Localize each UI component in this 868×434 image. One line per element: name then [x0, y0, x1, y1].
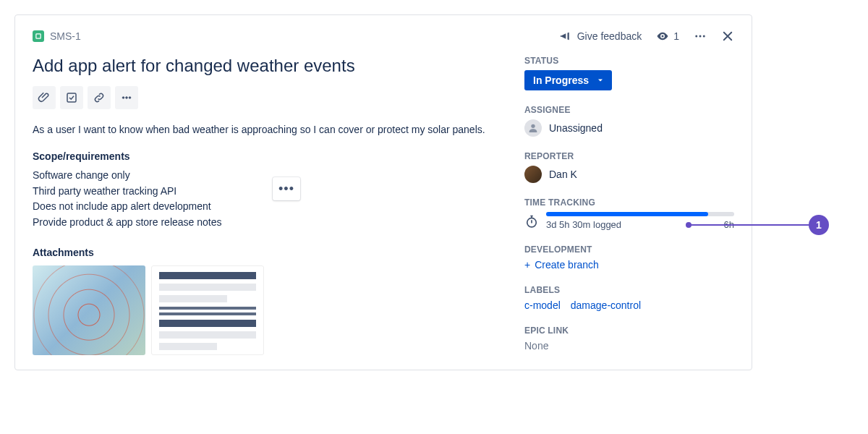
label-item[interactable]: c-model	[524, 299, 561, 311]
link-icon	[93, 91, 106, 104]
reporter-field[interactable]: Dan K	[524, 166, 734, 183]
status-block: STATUS In Progress	[524, 56, 734, 90]
issue-title[interactable]: Add app alert for changed weather events	[33, 56, 495, 76]
attachment-thumbnail[interactable]	[33, 265, 145, 355]
epic-link-value[interactable]: None	[524, 340, 734, 352]
watchers-count: 1	[673, 30, 679, 42]
create-branch-label: Create branch	[535, 259, 599, 271]
plus-icon: +	[524, 259, 530, 271]
labels-row[interactable]: c-model damage-control	[524, 299, 734, 311]
reporter-value: Dan K	[549, 169, 577, 180]
give-feedback-button[interactable]: Give feedback	[560, 30, 642, 43]
labels-label: LABELS	[524, 285, 734, 295]
header-actions: Give feedback 1	[560, 30, 734, 43]
time-progress-bar	[546, 212, 734, 216]
callout-dot	[686, 222, 692, 228]
svg-point-8	[531, 124, 535, 128]
attachments-heading: Attachments	[33, 247, 495, 258]
development-label: DEVELOPMENT	[524, 244, 734, 255]
megaphone-icon	[560, 30, 573, 43]
description-text[interactable]: As a user I want to know when bad weathe…	[33, 122, 495, 137]
close-button[interactable]	[721, 30, 734, 43]
time-tracking-label: TIME TRACKING	[524, 197, 734, 208]
dots-icon	[694, 30, 707, 43]
requirement-item: Software change only	[33, 168, 495, 184]
side-panel: STATUS In Progress ASSIGNEE Unassigned R…	[524, 56, 734, 355]
checklist-icon	[65, 91, 78, 104]
create-branch-link[interactable]: + Create branch	[524, 259, 734, 271]
requirement-item: Third party weather tracking API	[33, 184, 495, 200]
stopwatch-icon	[524, 214, 539, 229]
paperclip-icon	[38, 91, 51, 104]
more-content-actions-button[interactable]	[115, 86, 138, 109]
link-button[interactable]	[88, 86, 111, 109]
avatar	[524, 166, 542, 183]
breadcrumb[interactable]: SMS-1	[33, 30, 81, 42]
header-bar: SMS-1 Give feedback 1	[33, 30, 734, 43]
reporter-block: REPORTER Dan K	[524, 151, 734, 183]
reporter-label: REPORTER	[524, 151, 734, 161]
requirements-list[interactable]: Software change only Third party weather…	[33, 168, 495, 231]
chevron-down-icon	[596, 76, 605, 85]
attachments-row	[33, 265, 495, 355]
watchers-button[interactable]: 1	[656, 30, 679, 43]
callout-line	[689, 224, 810, 226]
main-column: Add app alert for changed weather events…	[33, 56, 495, 355]
svg-rect-4	[67, 93, 76, 102]
dots-icon	[120, 91, 133, 104]
feedback-label: Give feedback	[577, 30, 642, 42]
status-label: STATUS	[524, 56, 734, 66]
svg-point-5	[122, 97, 124, 99]
requirement-item: Provide product & app store release note…	[33, 215, 495, 231]
close-icon	[721, 30, 734, 43]
epic-link-label: EPIC LINK	[524, 326, 734, 336]
assignee-field[interactable]: Unassigned	[524, 119, 734, 137]
svg-rect-0	[36, 34, 41, 38]
svg-point-1	[695, 35, 697, 38]
labels-block: LABELS c-model damage-control	[524, 285, 734, 311]
label-item[interactable]: damage-control	[571, 299, 641, 311]
development-block: DEVELOPMENT + Create branch	[524, 244, 734, 271]
avatar-placeholder-icon	[524, 119, 542, 137]
callout-badge: 1	[809, 215, 829, 235]
svg-point-6	[126, 97, 128, 99]
epic-link-block: EPIC LINK None	[524, 326, 734, 352]
time-tracking-row[interactable]: 3d 5h 30m logged 6h	[524, 212, 734, 230]
status-value: In Progress	[533, 75, 589, 86]
svg-point-2	[699, 35, 702, 38]
scope-heading: Scope/requirements	[33, 150, 495, 162]
assignee-label: ASSIGNEE	[524, 105, 734, 115]
content-actions	[33, 86, 495, 109]
issue-detail-panel: SMS-1 Give feedback 1 Add app alert for …	[14, 14, 752, 370]
svg-point-3	[703, 35, 705, 38]
time-logged: 3d 5h 30m logged	[546, 219, 621, 230]
eye-icon	[656, 30, 669, 43]
svg-point-7	[129, 97, 131, 99]
attachment-thumbnail[interactable]	[151, 265, 264, 355]
assignee-block: ASSIGNEE Unassigned	[524, 105, 734, 137]
attach-button[interactable]	[33, 86, 56, 109]
more-actions-button[interactable]	[694, 30, 707, 43]
status-dropdown[interactable]: In Progress	[524, 70, 612, 90]
assignee-value: Unassigned	[549, 122, 603, 134]
add-checklist-button[interactable]	[60, 86, 83, 109]
story-icon	[33, 30, 44, 42]
requirement-item: Does not include app alert development	[33, 199, 495, 215]
floating-actions-menu[interactable]: •••	[273, 177, 300, 200]
issue-key[interactable]: SMS-1	[50, 30, 81, 42]
